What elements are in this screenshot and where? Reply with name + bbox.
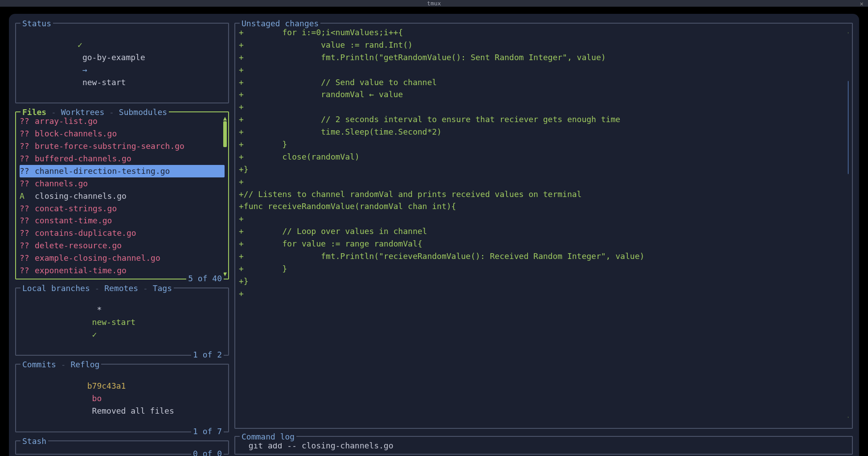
scroll-up-icon[interactable]: ▲ xyxy=(223,115,227,121)
diff-line: + } xyxy=(239,263,848,275)
file-name: delete-resource.go xyxy=(35,239,122,252)
tab-tags[interactable]: Tags xyxy=(153,283,172,293)
file-row[interactable]: ??buffered-channels.go xyxy=(20,152,225,165)
file-row[interactable]: A closing-channels.go xyxy=(20,190,225,202)
cmdlog-content: git add -- closing-channels.go xyxy=(239,437,848,452)
scroll-down-icon[interactable]: ▼ xyxy=(848,414,848,423)
window-title: tmux xyxy=(427,0,441,7)
file-name: example-closing-channel.go xyxy=(35,252,160,264)
file-row[interactable]: ??channel-direction-testing.go xyxy=(20,165,225,177)
diff-line: + fmt.Println("getRandomValue(): Sent Ra… xyxy=(239,51,848,64)
tab-commits[interactable]: Commits xyxy=(22,360,56,369)
branches-footer: 1 of 2 xyxy=(191,349,224,361)
diff-line: +// Listens to channel randomVal and pri… xyxy=(239,188,848,201)
diff-line: + // Send value to channel xyxy=(239,76,848,89)
commit-hash: b79c43a1 xyxy=(87,381,126,390)
file-status: ?? xyxy=(20,202,35,215)
scroll-down-icon[interactable]: ▼ xyxy=(223,271,227,277)
diff-line: + // Loop over values in channel xyxy=(239,225,848,238)
file-status: ?? xyxy=(20,177,35,190)
file-name: brute-force-substring-search.go xyxy=(35,140,184,152)
arrow-icon: → xyxy=(82,65,87,74)
scroll-thumb[interactable] xyxy=(223,121,227,147)
branch-name: new-start xyxy=(92,317,136,327)
file-status: ?? xyxy=(20,115,35,127)
commits-title: Commits - Reflog xyxy=(20,358,101,371)
files-list[interactable]: ▲ ▼ ??array-list.go??block-channels.go??… xyxy=(20,112,225,277)
diff-content[interactable]: ▲ ▼ + for i:=0;i<numValues;i++{+ value :… xyxy=(239,24,848,426)
cmdlog-panel[interactable]: Command log git add -- closing-channels.… xyxy=(234,436,853,455)
window-titlebar: tmux ✕ xyxy=(0,0,868,7)
commits-footer: 1 of 7 xyxy=(191,425,224,438)
tab-reflog[interactable]: Reflog xyxy=(70,360,99,369)
terminal-wrap: Status ✓ go-by-example → new-start Files… xyxy=(0,7,868,456)
branches-title: Local branches - Remotes - Tags xyxy=(20,282,174,295)
stash-footer: 0 of 0 xyxy=(191,448,224,456)
diff-line: +} xyxy=(239,275,848,288)
branches-panel[interactable]: Local branches - Remotes - Tags * new-st… xyxy=(15,288,229,356)
diff-line: + for value := range randomVal{ xyxy=(239,238,848,250)
file-row[interactable]: ??block-channels.go xyxy=(20,127,225,140)
diff-line: + xyxy=(239,176,848,188)
diff-line: + // 2 seconds interval to ensure that r… xyxy=(239,113,848,126)
file-status: ?? xyxy=(20,152,35,165)
file-name: exponential-time.go xyxy=(35,264,127,277)
stash-panel[interactable]: Stash 0 of 0 xyxy=(15,440,229,455)
scroll-thumb[interactable] xyxy=(848,81,848,174)
files-footer: 5 of 40 xyxy=(186,272,224,285)
files-scrollbar[interactable]: ▲ ▼ xyxy=(223,115,227,277)
file-status: ?? xyxy=(20,252,35,264)
repo-name: go-by-example xyxy=(82,53,145,62)
file-status: ?? xyxy=(20,227,35,239)
check-icon: ✓ xyxy=(78,40,82,49)
diff-line: + xyxy=(239,101,848,113)
stash-title: Stash xyxy=(20,435,48,448)
status-panel-title: Status xyxy=(20,19,53,30)
files-panel[interactable]: Files - Worktrees - Submodules ▲ ▼ xyxy=(15,111,229,279)
branch-row[interactable]: * new-start ✓ xyxy=(20,291,225,353)
diff-line: + xyxy=(239,64,848,76)
close-icon[interactable]: ✕ xyxy=(860,0,864,7)
tab-local-branches[interactable]: Local branches xyxy=(22,283,90,293)
diff-line: + xyxy=(239,288,848,300)
file-row[interactable]: ??concat-strings.go xyxy=(20,202,225,215)
diff-line: + time.Sleep(time.Second*2) xyxy=(239,126,848,138)
diff-line: + value := rand.Int() xyxy=(239,39,848,51)
commit-row[interactable]: b79c43a1 bo Removed all files xyxy=(20,367,225,429)
commits-list[interactable]: b79c43a1 bo Removed all files xyxy=(20,365,225,429)
file-row[interactable]: ??array-list.go xyxy=(20,115,225,127)
terminal: Status ✓ go-by-example → new-start Files… xyxy=(9,14,859,456)
diff-panel[interactable]: Unstaged changes ▲ ▼ + for i:=0;i<numVal… xyxy=(234,23,853,429)
status-panel[interactable]: Status ✓ go-by-example → new-start xyxy=(15,23,229,103)
diff-scrollbar[interactable]: ▲ ▼ xyxy=(848,26,848,423)
check-icon: ✓ xyxy=(92,330,97,339)
diff-line: + close(randomVal) xyxy=(239,151,848,163)
commits-panel[interactable]: Commits - Reflog b79c43a1 bo Removed all… xyxy=(15,364,229,432)
diff-line: + fmt.Println("recieveRandomValue(): Rec… xyxy=(239,250,848,263)
diff-line: + randomVal ← value xyxy=(239,88,848,101)
branches-list[interactable]: * new-start ✓ xyxy=(20,288,225,353)
branch-name: new-start xyxy=(82,78,126,87)
file-row[interactable]: ??contains-duplicate.go xyxy=(20,227,225,239)
right-column: Unstaged changes ▲ ▼ + for i:=0;i<numVal… xyxy=(234,19,853,456)
diff-line: + for i:=0;i<numValues;i++{ xyxy=(239,26,848,39)
file-status: ?? xyxy=(20,165,35,177)
file-status: ?? xyxy=(20,140,35,152)
file-name: array-list.go xyxy=(35,115,98,127)
diff-line: +func receiveRandomValue(randomVal chan … xyxy=(239,200,848,213)
cmdlog-title: Command log xyxy=(240,431,296,443)
panes: Status ✓ go-by-example → new-start Files… xyxy=(15,19,853,456)
file-name: closing-channels.go xyxy=(35,190,127,202)
file-row[interactable]: ??brute-force-substring-search.go xyxy=(20,140,225,152)
file-row[interactable]: ??channels.go xyxy=(20,177,225,190)
file-status: ?? xyxy=(20,264,35,277)
file-row[interactable]: ??delete-resource.go xyxy=(20,239,225,252)
commit-author: bo xyxy=(92,394,102,403)
tab-remotes[interactable]: Remotes xyxy=(104,283,138,293)
file-row[interactable]: ??constant-time.go xyxy=(20,214,225,227)
file-name: constant-time.go xyxy=(35,214,112,227)
scroll-up-icon[interactable]: ▲ xyxy=(848,26,848,36)
file-row[interactable]: ??example-closing-channel.go xyxy=(20,252,225,264)
file-name: channel-direction-testing.go xyxy=(35,165,170,177)
file-name: concat-strings.go xyxy=(35,202,117,215)
